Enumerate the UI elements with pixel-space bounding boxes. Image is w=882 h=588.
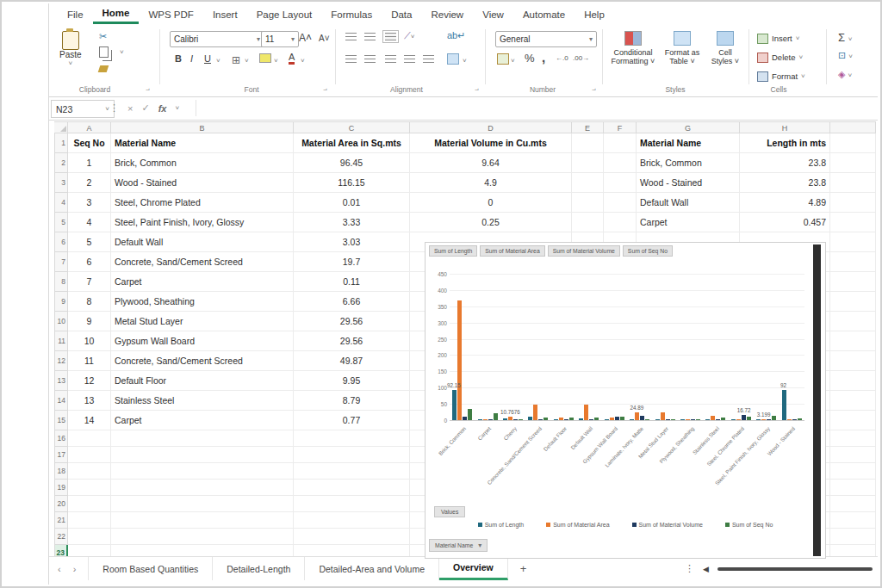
insert-cells-button[interactable]: Insert˅: [757, 32, 799, 45]
cell-name-row17[interactable]: [111, 447, 294, 463]
chart-field-button-sum-of-length[interactable]: Sum of Length: [429, 245, 477, 257]
copy-caret-icon[interactable]: ˅: [120, 48, 124, 56]
row-header-4[interactable]: 4: [54, 193, 68, 213]
chart-bar[interactable]: [457, 300, 462, 420]
cell-volume-row3[interactable]: 4.9: [410, 173, 572, 193]
cell-name-row22[interactable]: [111, 529, 294, 545]
cell-area-row17[interactable]: [294, 447, 410, 463]
cell-volume-row4[interactable]: 0: [410, 193, 572, 213]
menu-tab-page-layout[interactable]: Page Layout: [247, 7, 322, 23]
chart-bar[interactable]: [721, 418, 725, 420]
cell-i-row11[interactable]: [830, 331, 876, 351]
cell-name2-row1[interactable]: Material Name: [637, 133, 740, 153]
cell-name2-row4[interactable]: Default Wall: [637, 193, 740, 213]
cell-f-row3[interactable]: [604, 173, 637, 193]
sheet-tab-overview[interactable]: Overview: [439, 557, 508, 580]
increase-decimal-icon[interactable]: ←.0: [556, 54, 568, 62]
chart-bar[interactable]: [756, 419, 761, 421]
chart-bar[interactable]: [452, 390, 457, 420]
chart-bar[interactable]: [538, 419, 543, 421]
chart-bar[interactable]: [503, 418, 507, 420]
align-middle-icon[interactable]: [364, 33, 376, 40]
alignment-dialog-launcher-icon[interactable]: ⌐: [475, 86, 479, 94]
paste-button[interactable]: Paste ˅: [59, 31, 82, 67]
cell-volume-row1[interactable]: Material Volume in Cu.mts: [410, 133, 572, 153]
cell-area-row13[interactable]: 9.95: [294, 371, 410, 391]
chart-bar[interactable]: [635, 412, 639, 420]
cell-i-row2[interactable]: [830, 153, 876, 173]
decrease-indent-icon[interactable]: [404, 55, 415, 63]
cell-seq-row4[interactable]: 3: [68, 193, 111, 213]
cell-styles-button[interactable]: Cell Styles ˅: [707, 31, 743, 65]
cell-seq-row15[interactable]: 14: [68, 411, 111, 430]
select-all-corner[interactable]: [54, 121, 68, 133]
chart-bar[interactable]: [630, 419, 634, 421]
menu-tab-formulas[interactable]: Formulas: [321, 7, 382, 23]
decrease-decimal-icon[interactable]: .00→: [573, 54, 589, 62]
cell-name-row10[interactable]: Metal Stud Layer: [111, 312, 294, 331]
cell-area-row6[interactable]: 3.03: [294, 232, 410, 252]
cell-name-row21[interactable]: [111, 512, 294, 529]
cell-area-row18[interactable]: [294, 463, 410, 480]
copy-icon[interactable]: [99, 46, 109, 58]
row-header-5[interactable]: 5: [54, 213, 68, 232]
cell-name-row8[interactable]: Carpet: [111, 272, 294, 292]
cell-name2-row3[interactable]: Wood - Stained: [637, 173, 740, 193]
cell-name-row2[interactable]: Brick, Common: [111, 153, 294, 173]
cell-name-row1[interactable]: Material Name: [111, 133, 294, 153]
column-header-A[interactable]: A: [68, 121, 111, 133]
chart-bar[interactable]: [528, 417, 532, 420]
cell-area-row8[interactable]: 0.11: [294, 272, 410, 292]
number-dialog-launcher-icon[interactable]: ⌐: [592, 86, 596, 94]
cell-e-row2[interactable]: [572, 153, 604, 173]
chart-bar[interactable]: [519, 419, 523, 421]
chart-right-scrollbar[interactable]: [813, 244, 821, 556]
cell-seq-row18[interactable]: [68, 463, 111, 480]
cell-f-row2[interactable]: [604, 153, 637, 173]
cell-name-row20[interactable]: [111, 496, 294, 512]
chart-bar[interactable]: [798, 418, 802, 420]
fill-color-icon[interactable]: [259, 53, 271, 63]
column-header-G[interactable]: G: [637, 121, 740, 133]
menu-tab-insert[interactable]: Insert: [203, 7, 247, 23]
chart-bar[interactable]: [513, 419, 518, 421]
number-format-select[interactable]: General▾: [495, 31, 597, 47]
cell-i-row6[interactable]: [830, 232, 876, 252]
increase-indent-icon[interactable]: [423, 55, 434, 63]
cell-i-row15[interactable]: [830, 411, 876, 430]
chart-bar[interactable]: [767, 419, 771, 421]
row-header-22[interactable]: 22: [54, 529, 68, 545]
row-header-13[interactable]: 13: [54, 371, 68, 391]
borders-icon[interactable]: ⊞: [232, 54, 240, 66]
cell-length-row1[interactable]: Length in mts: [740, 133, 830, 153]
accounting-caret-icon[interactable]: ˅: [511, 57, 515, 65]
cell-volume-row2[interactable]: 9.64: [410, 153, 572, 173]
font-dialog-launcher-icon[interactable]: ⌐: [323, 86, 327, 94]
cell-i-row3[interactable]: [830, 173, 876, 193]
format-as-table-button[interactable]: Format as Table ˅: [661, 31, 704, 65]
chart-field-button-sum-of-material-volume[interactable]: Sum of Material Volume: [548, 245, 620, 257]
chart-values-button[interactable]: Values: [434, 506, 465, 517]
fill-icon[interactable]: ⊡ ˅: [838, 50, 853, 61]
clear-icon[interactable]: ◈ ˅: [838, 69, 852, 80]
align-center-icon[interactable]: [364, 55, 376, 63]
menu-tab-view[interactable]: View: [473, 7, 513, 23]
chart-bar[interactable]: [782, 390, 786, 420]
chart-field-button-sum-of-material-area[interactable]: Sum of Material Area: [480, 245, 544, 257]
cell-i-row5[interactable]: [830, 213, 876, 232]
chart-bar[interactable]: [620, 417, 624, 420]
cell-area-row19[interactable]: [294, 480, 410, 496]
cell-name-row13[interactable]: Default Floor: [111, 371, 294, 391]
row-header-2[interactable]: 2: [54, 153, 68, 173]
menu-tab-automate[interactable]: Automate: [513, 7, 575, 23]
row-header-6[interactable]: 6: [54, 232, 68, 252]
row-header-7[interactable]: 7: [54, 252, 68, 272]
menu-tab-wps-pdf[interactable]: WPS PDF: [139, 7, 202, 23]
cell-i-row9[interactable]: [830, 292, 876, 312]
row-header-16[interactable]: 16: [54, 430, 68, 447]
chart-bar[interactable]: [680, 419, 685, 421]
chart-bar[interactable]: [589, 419, 593, 421]
row-header-18[interactable]: 18: [54, 463, 68, 480]
merge-center-caret-icon[interactable]: ˅: [463, 57, 467, 65]
tabbar-kebab-icon[interactable]: ⋮: [685, 563, 694, 574]
